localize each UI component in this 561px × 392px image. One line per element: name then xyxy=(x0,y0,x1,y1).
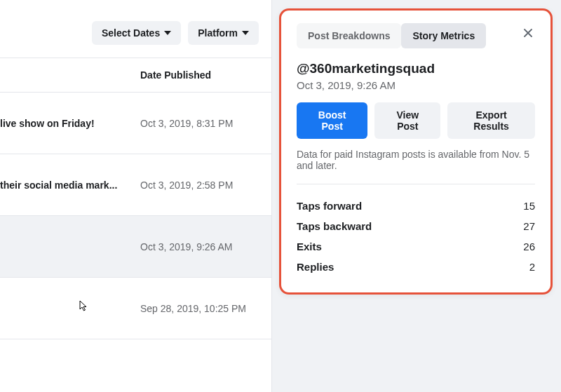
tab-story-metrics[interactable]: Story Metrics xyxy=(401,23,486,48)
post-timestamp: Oct 3, 2019, 9:26 AM xyxy=(297,79,535,91)
metrics-list: Taps forward 15 Taps backward 27 Exits 2… xyxy=(297,196,535,277)
post-title: live show on Friday! xyxy=(0,118,95,129)
metric-label: Taps forward xyxy=(297,200,362,212)
table-row[interactable]: Sep 28, 2019, 10:25 PM xyxy=(0,278,271,339)
metric-replies: Replies 2 xyxy=(297,257,535,277)
boost-post-button[interactable]: Boost Post xyxy=(297,102,367,139)
story-metrics-panel: Post Breakdowns Story Metrics @360market… xyxy=(279,8,553,295)
posts-list-pane: Select Dates Platform Date Published liv… xyxy=(0,0,272,392)
post-date: Sep 28, 2019, 10:25 PM xyxy=(140,303,246,314)
details-pane: Post Breakdowns Story Metrics @360market… xyxy=(272,0,561,392)
metric-value: 27 xyxy=(523,220,535,232)
metric-label: Exits xyxy=(297,241,322,252)
metric-label: Taps backward xyxy=(297,220,372,232)
post-date: Oct 3, 2019, 2:58 PM xyxy=(140,180,233,191)
post-date: Oct 3, 2019, 8:31 PM xyxy=(140,118,233,129)
table-row[interactable]: their social media mark... Oct 3, 2019, … xyxy=(0,154,271,216)
platform-filter[interactable]: Platform xyxy=(188,21,259,45)
metric-value: 26 xyxy=(523,241,535,252)
table-row[interactable]: Oct 3, 2019, 9:26 AM xyxy=(0,216,271,278)
select-dates-label: Select Dates xyxy=(102,27,160,39)
filters-bar: Select Dates Platform xyxy=(0,0,271,58)
panel-tabs: Post Breakdowns Story Metrics xyxy=(297,23,535,48)
caret-down-icon xyxy=(164,31,171,35)
post-date: Oct 3, 2019, 9:26 AM xyxy=(140,241,233,252)
metric-label: Replies xyxy=(297,261,334,273)
panel-actions: Boost Post View Post Export Results xyxy=(297,102,535,139)
tab-post-breakdowns[interactable]: Post Breakdowns xyxy=(297,23,401,48)
platform-label: Platform xyxy=(198,27,238,39)
table-row[interactable]: live show on Friday! Oct 3, 2019, 8:31 P… xyxy=(0,93,271,154)
metric-value: 2 xyxy=(529,261,535,273)
metric-value: 15 xyxy=(523,200,535,212)
account-handle: @360marketingsquad xyxy=(297,61,535,76)
column-header-row: Date Published xyxy=(0,58,271,93)
close-button[interactable] xyxy=(520,25,536,41)
export-results-button[interactable]: Export Results xyxy=(447,102,535,139)
metric-taps-backward: Taps backward 27 xyxy=(297,216,535,236)
metric-taps-forward: Taps forward 15 xyxy=(297,196,535,216)
post-title: their social media mark... xyxy=(0,180,117,191)
paid-data-note: Data for paid Instagram posts is availab… xyxy=(297,149,535,184)
caret-down-icon xyxy=(242,31,249,35)
close-icon xyxy=(522,27,534,39)
select-dates-filter[interactable]: Select Dates xyxy=(92,21,181,45)
metric-exits: Exits 26 xyxy=(297,236,535,257)
date-published-header: Date Published xyxy=(0,69,271,81)
view-post-button[interactable]: View Post xyxy=(374,102,440,139)
